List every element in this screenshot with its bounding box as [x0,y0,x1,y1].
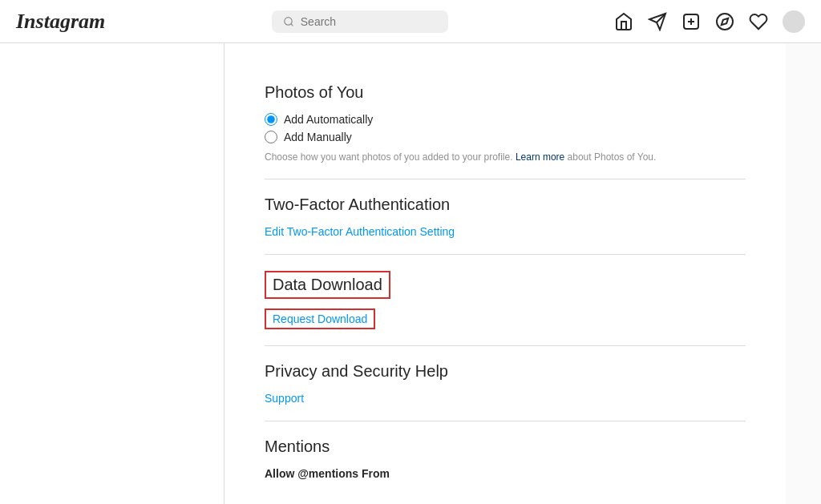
search-icon [283,15,294,28]
main-container: Photos of You Add Automatically Add Manu… [0,43,821,504]
data-download-title: Data Download [273,276,382,293]
instagram-logo: Instagram [16,10,105,34]
mentions-section: Mentions Allow @mentions From [265,421,746,496]
add-manually-radio[interactable] [265,131,277,143]
add-manually-option[interactable]: Add Manually [265,131,746,143]
support-link[interactable]: Support [265,392,304,405]
privacy-security-section: Privacy and Security Help Support [265,346,746,421]
heart-icon[interactable] [749,12,768,31]
two-factor-section: Two-Factor Authentication Edit Two-Facto… [265,179,746,255]
svg-point-7 [717,14,733,30]
explore-icon[interactable] [715,12,734,31]
home-icon[interactable] [614,12,633,31]
two-factor-title: Two-Factor Authentication [265,196,746,214]
svg-marker-8 [722,18,728,24]
navbar: Instagram [0,0,821,43]
svg-point-0 [284,17,291,24]
data-download-title-box: Data Download [265,271,390,299]
send-icon[interactable] [648,12,667,31]
allow-mentions-label: Allow @mentions From [265,467,746,480]
edit-two-factor-link[interactable]: Edit Two-Factor Authentication Setting [265,225,455,238]
svg-line-1 [290,23,293,26]
search-bar[interactable] [272,10,448,33]
photos-help-text: Choose how you want photos of you added … [265,151,746,163]
search-input[interactable] [301,15,437,28]
content-area: Photos of You Add Automatically Add Manu… [224,43,786,504]
avatar[interactable] [783,10,805,33]
learn-more-link[interactable]: Learn more [516,151,564,163]
add-automatically-radio[interactable] [265,113,277,126]
photos-of-you-section: Photos of You Add Automatically Add Manu… [265,67,746,179]
add-automatically-option[interactable]: Add Automatically [265,113,746,126]
photos-of-you-title: Photos of You [265,83,746,102]
request-download-link[interactable]: Request Download [265,308,375,329]
nav-icons [614,10,805,33]
sidebar [0,43,224,504]
data-download-section: Data Download Request Download [265,255,746,346]
privacy-security-title: Privacy and Security Help [265,362,746,381]
add-post-icon[interactable] [681,12,701,31]
mentions-title: Mentions [265,437,746,456]
photos-radio-group: Add Automatically Add Manually [265,113,746,143]
